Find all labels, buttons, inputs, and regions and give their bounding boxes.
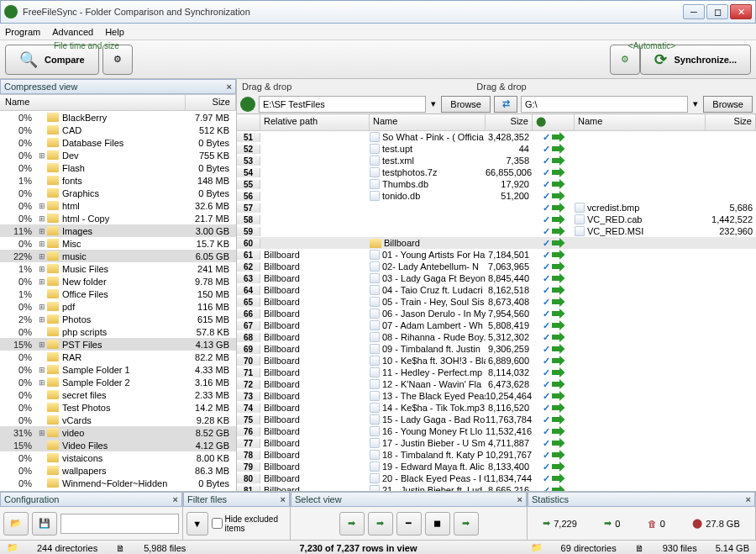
comparison-row[interactable]: 60Billboard✓ [237,237,756,249]
expand-icon[interactable]: ⊞ [37,303,47,311]
comparison-row[interactable]: 68Billboard08 - Rihanna - Rude Boy.5,312… [237,331,756,343]
maximize-button[interactable]: ◻ [706,4,728,19]
filter-icon[interactable]: ⬤ [536,116,546,126]
expand-icon[interactable]: ⊞ [37,265,47,273]
sync-direction[interactable]: ✓ [533,167,575,178]
tree-body[interactable]: 0%BlackBerry7.97 MB0%CAD512 KB0%Database… [0,111,236,491]
comparison-row[interactable]: 53test.xml7,358✓ [237,155,756,166]
sync-direction[interactable]: ✓ [533,344,575,355]
tree-row[interactable]: 0%⊞html - Copy21.7 MB [0,212,236,224]
comparison-row[interactable]: 77Billboard17 - Justin Bieber - U Sm4,71… [237,437,756,449]
comparison-row[interactable]: 67Billboard07 - Adam Lambert - Wh5,808,4… [237,319,756,331]
comparison-row[interactable]: 55Thumbs.db17,920✓ [237,178,756,190]
close-icon[interactable]: × [281,494,286,504]
comparison-row[interactable]: 54testphotos.7z66,855,006✓ [237,166,756,178]
view-right-newer-button[interactable]: ➡ [368,512,393,536]
sync-direction[interactable]: ✓ [533,356,575,367]
tree-row[interactable]: 0%Flash0 Bytes [0,161,236,174]
sync-direction[interactable]: ✓ [533,132,575,143]
menu-advanced[interactable]: Advanced [52,27,93,37]
sync-direction[interactable]: ✓ [533,156,575,166]
tree-row[interactable]: 0%_gsdata_1.26 KB [0,489,236,491]
comparison-row[interactable]: 57✓vcredist.bmp5,686 [237,202,756,214]
comparison-row[interactable]: 63Billboard03 - Lady Gaga Ft Beyon8,845,… [237,272,756,284]
tree-row[interactable]: 0%⊞Sample Folder 14.33 MB [0,363,236,376]
open-config-button[interactable]: 📂 [3,512,29,536]
tree-row[interactable]: 0%⊞Misc15.7 KB [0,237,236,250]
tree-row[interactable]: 2%⊞Photos615 MB [0,313,236,325]
close-icon[interactable]: × [173,494,178,504]
view-right-only-button[interactable]: ➡ [454,512,479,536]
tree-row[interactable]: 11%⊞Images3.00 GB [0,224,236,237]
expand-icon[interactable]: ⊞ [37,366,47,374]
expand-icon[interactable]: ⊞ [37,202,47,210]
sync-direction[interactable]: ✓ [533,403,575,414]
sync-direction[interactable]: ✓ [533,191,575,202]
comparison-row[interactable]: 79Billboard19 - Edward Maya ft. Alic8,13… [237,461,756,472]
comparison-row[interactable]: 56tonido.db51,200✓ [237,190,756,202]
sync-direction[interactable]: ✓ [533,144,575,155]
view-left-newer-button[interactable]: ➡ [339,512,365,536]
filter-settings-button[interactable]: ▼ [186,512,208,536]
sync-direction[interactable]: ✓ [533,226,575,237]
dropdown-icon[interactable]: ▾ [429,98,438,109]
expand-icon[interactable]: ⊞ [37,214,47,223]
comparison-body[interactable]: 51So What - Pink - ( Officia3,428,352✓52… [237,131,756,491]
sync-direction[interactable]: ✓ [533,261,575,272]
menu-help[interactable]: Help [105,27,124,37]
tree-row[interactable]: 0%⊞New folder9.78 MB [0,275,236,288]
expand-icon[interactable]: ⊞ [37,240,47,248]
comparison-row[interactable]: 58✓VC_RED.cab1,442,522 [237,214,756,225]
comparison-row[interactable]: 81Billboard21 - Justin Bieber ft. Lud8,6… [237,484,756,491]
browse-left-button[interactable]: Browse [441,96,491,113]
comparison-row[interactable]: 78Billboard18 - Timbaland ft. Katy P10,2… [237,449,756,461]
tree-row[interactable]: 0%⊞pdf116 MB [0,300,236,313]
tree-row[interactable]: 0%vistaicons8.00 KB [0,451,236,464]
tree-row[interactable]: 0%Winmend~Folder~Hidden0 Bytes [0,477,236,489]
sync-direction[interactable]: ✓ [533,332,575,343]
expand-icon[interactable]: ⊞ [37,315,47,324]
comparison-row[interactable]: 59✓VC_RED.MSI232,960 [237,225,756,237]
save-config-button[interactable]: 💾 [32,512,57,536]
config-name-input[interactable] [60,514,179,534]
comparison-row[interactable]: 71Billboard11 - Hedley - Perfect.mp8,114… [237,367,756,378]
comparison-row[interactable]: 51So What - Pink - ( Officia3,428,352✓ [237,131,756,143]
comparison-row[interactable]: 69Billboard09 - Timbaland ft. Justin9,30… [237,343,756,355]
add-pair-icon[interactable] [240,97,255,112]
sync-direction[interactable]: ✓ [533,273,575,284]
browse-right-button[interactable]: Browse [703,96,753,113]
sync-direction[interactable]: ✓ [533,297,575,308]
expand-icon[interactable]: ⊞ [37,252,47,261]
sync-direction[interactable]: ✓ [533,285,575,296]
sync-direction[interactable]: ✓ [533,485,575,492]
sync-direction[interactable]: ✓ [533,214,575,225]
sync-direction[interactable]: ✓ [533,426,575,437]
right-path-input[interactable] [521,96,688,113]
tree-row[interactable]: 15%⊞PST Files4.13 GB [0,338,236,351]
view-equal-button[interactable]: ◼ [425,512,450,536]
sync-direction[interactable]: ✓ [533,367,575,378]
tree-row[interactable]: 1%fonts148 MB [0,174,236,187]
comparison-row[interactable]: 66Billboard06 - Jason Derulo - In My7,95… [237,308,756,319]
tree-row[interactable]: 0%⊞Sample Folder 23.16 MB [0,376,236,388]
tree-row[interactable]: 0%secret files2.33 MB [0,388,236,401]
tree-row[interactable]: 1%⊞Music Files241 MB [0,262,236,275]
comparison-row[interactable]: 73Billboard13 - The Black Eyed Peas10,25… [237,390,756,402]
comparison-row[interactable]: 74Billboard14 - Ke$ha - Tik Tok.mp38,116… [237,402,756,414]
sync-direction[interactable]: ✓ [533,450,575,461]
comparison-row[interactable]: 64Billboard04 - Taio Cruz ft. Ludacri8,1… [237,284,756,296]
tree-row[interactable]: 0%php scripts57.8 KB [0,325,236,338]
tree-row[interactable]: 0%Database Files0 Bytes [0,136,236,149]
tree-row[interactable]: 31%⊞video8.52 GB [0,426,236,439]
sync-direction[interactable]: ✓ [533,462,575,472]
sync-direction[interactable]: ✓ [533,320,575,331]
sync-direction[interactable]: ✓ [533,391,575,402]
sync-direction[interactable]: ✓ [533,438,575,449]
sync-direction[interactable]: ✓ [533,203,575,214]
dropdown-icon[interactable]: ▾ [691,98,700,109]
tree-row[interactable]: 0%vCards9.28 KB [0,414,236,426]
expand-icon[interactable]: ⊞ [37,340,47,349]
close-button[interactable]: ✕ [730,4,752,19]
tree-row[interactable]: 0%Graphics0 Bytes [0,187,236,199]
expand-icon[interactable]: ⊞ [37,378,47,387]
